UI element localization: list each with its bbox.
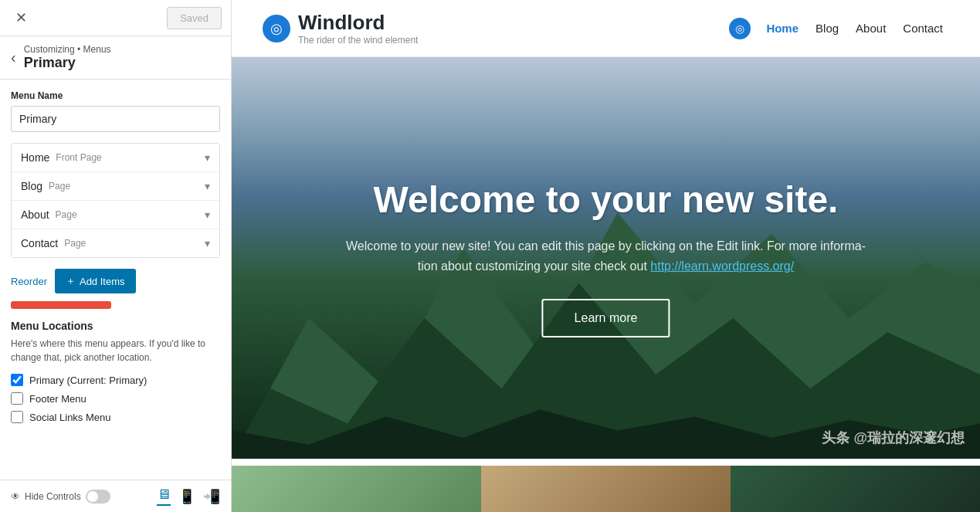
checkbox-footer[interactable]	[11, 392, 23, 405]
add-items-button[interactable]: ＋ Add Items	[55, 269, 136, 293]
checkbox-row-social: Social Links Menu	[11, 411, 220, 423]
hero-title: Welcome to your new site.	[307, 178, 905, 221]
hide-controls-label: Hide Controls	[25, 491, 81, 502]
site-header: ◎ Windlord The rider of the wind element…	[232, 0, 980, 57]
back-button[interactable]: ‹	[11, 49, 16, 66]
menu-item[interactable]: Blog Page ▾	[12, 172, 219, 201]
learn-more-button[interactable]: Learn more	[542, 299, 670, 337]
menu-item-type: Page	[49, 181, 70, 192]
hero-desc-text-1: Welcome to your new site! You can edit t…	[346, 239, 866, 253]
hero-desc: Welcome to your new site! You can edit t…	[307, 236, 905, 276]
thumbnail-3	[731, 466, 980, 512]
menu-item-type: Front Page	[56, 152, 101, 163]
plus-icon: ＋	[66, 274, 76, 288]
view-icons: 🖥 📱 📲	[157, 487, 220, 506]
site-nav: ◎ Home Blog About Contact	[729, 18, 949, 39]
hero-content: Welcome to your new site. Welcome to you…	[307, 178, 905, 337]
close-button[interactable]: ✕	[9, 6, 32, 29]
bottom-thumbnails	[232, 466, 980, 512]
menu-name-label: Menu Name	[11, 90, 220, 101]
thumbnail-1	[232, 466, 481, 512]
breadcrumb: Customizing • Menus	[24, 44, 111, 55]
toggle-thumb	[87, 491, 98, 502]
toggle[interactable]	[86, 490, 110, 504]
preview-panel: ◎ Windlord The rider of the wind element…	[232, 0, 980, 512]
mobile-view-icon[interactable]: 📲	[203, 488, 220, 505]
checkbox-social[interactable]	[11, 411, 23, 423]
checkbox-row-primary: Primary (Current: Primary)	[11, 374, 220, 386]
nav-link-contact[interactable]: Contact	[897, 19, 949, 38]
nav-link-blog[interactable]: Blog	[809, 19, 845, 38]
menu-item[interactable]: Home Front Page ▾	[12, 144, 219, 172]
brand-name: Windlord	[298, 11, 418, 35]
menu-items-list: Home Front Page ▾ Blog Page ▾ About Page…	[11, 143, 220, 258]
hero-section: Welcome to your new site. Welcome to you…	[232, 57, 980, 459]
hero-desc-text-2: tion about customizing your site check o…	[418, 259, 647, 273]
brand-tagline: The rider of the wind element	[298, 35, 418, 46]
desktop-view-icon[interactable]: 🖥	[157, 487, 171, 506]
saved-button: Saved	[167, 7, 222, 29]
menu-item-name: Blog	[21, 180, 42, 192]
menu-item-type: Page	[64, 238, 86, 249]
checkbox-label-social: Social Links Menu	[29, 412, 111, 423]
reorder-button[interactable]: Reorder	[11, 276, 47, 287]
menu-item[interactable]: About Page ▾	[12, 201, 219, 229]
menu-item[interactable]: Contact Page ▾	[12, 229, 219, 257]
hero-link[interactable]: http://learn.wordpress.org/	[650, 259, 794, 273]
nav-link-home[interactable]: Home	[760, 19, 805, 38]
chevron-down-icon[interactable]: ▾	[205, 151, 210, 164]
menu-item-name: Home	[21, 151, 49, 164]
add-items-label: Add Items	[80, 276, 125, 287]
checkbox-label-footer: Footer Menu	[29, 393, 86, 405]
checkbox-label-primary: Primary (Current: Primary)	[29, 375, 147, 386]
menu-name-input[interactable]	[11, 106, 220, 132]
checkbox-primary[interactable]	[11, 374, 23, 386]
menu-actions: Reorder ＋ Add Items	[11, 269, 220, 293]
panel-body: Menu Name Home Front Page ▾ Blog Page ▾	[0, 80, 231, 480]
eye-icon: 👁	[11, 491, 20, 502]
thumbnail-2	[481, 466, 731, 512]
delete-bar[interactable]	[11, 301, 111, 309]
nav-brand-icon: ◎	[729, 18, 751, 39]
chevron-down-icon[interactable]: ▾	[205, 180, 210, 192]
chevron-down-icon[interactable]: ▾	[205, 209, 210, 221]
checkbox-row-footer: Footer Menu	[11, 392, 220, 405]
nav-bar: ‹ Customizing • Menus Primary	[0, 36, 231, 80]
menu-item-name: About	[21, 209, 49, 221]
menu-locations-desc: Here's where this menu appears. If you'd…	[11, 337, 220, 365]
top-bar: ✕ Saved	[0, 0, 231, 36]
customizer-panel: ✕ Saved ‹ Customizing • Menus Primary Me…	[0, 0, 232, 512]
menu-locations-title: Menu Locations	[11, 320, 220, 332]
menu-item-type: Page	[56, 209, 77, 220]
site-brand: ◎ Windlord The rider of the wind element	[263, 11, 418, 46]
watermark: 头条 @瑞拉的深邃幻想	[822, 429, 965, 447]
brand-icon: ◎	[263, 15, 290, 42]
hide-controls[interactable]: 👁 Hide Controls	[11, 490, 110, 504]
panel-title: Primary	[24, 55, 111, 71]
bottom-bar: 👁 Hide Controls 🖥 📱 📲	[0, 480, 231, 512]
menu-item-name: Contact	[21, 237, 58, 249]
nav-link-about[interactable]: About	[849, 19, 892, 38]
chevron-down-icon[interactable]: ▾	[205, 237, 210, 249]
tablet-view-icon[interactable]: 📱	[178, 488, 195, 505]
